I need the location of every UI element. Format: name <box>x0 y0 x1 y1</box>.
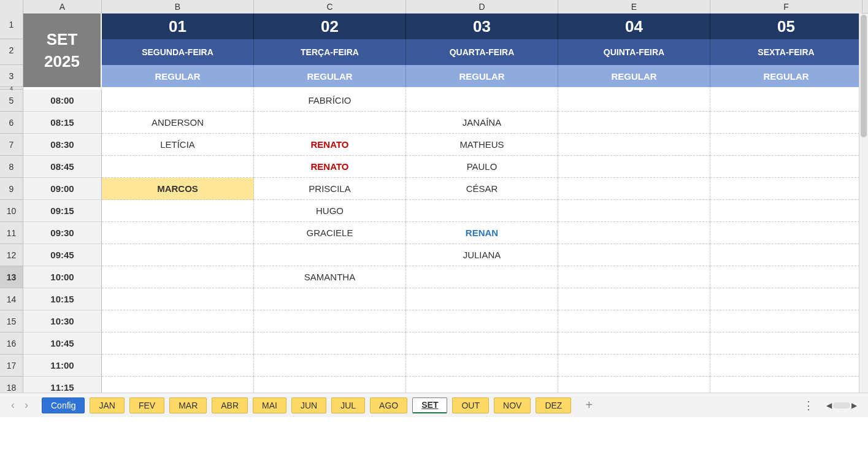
col-header-F[interactable]: F <box>710 0 862 13</box>
row-header-7[interactable]: 7 <box>0 134 23 156</box>
schedule-cell[interactable]: MARCOS <box>102 178 254 200</box>
schedule-cell[interactable]: LETÍCIA <box>102 134 254 156</box>
grid[interactable]: SET 2025 0102030405SEGUNDA-FEIRATERÇA-FE… <box>23 13 868 417</box>
schedule-cell[interactable]: HUGO <box>254 200 406 222</box>
schedule-cell[interactable] <box>558 332 710 355</box>
sheet-tab-out[interactable]: OUT <box>452 397 489 413</box>
schedule-cell[interactable] <box>558 178 710 200</box>
row-header-13[interactable]: 13 <box>0 266 23 288</box>
schedule-cell[interactable] <box>710 332 862 355</box>
schedule-cell[interactable] <box>406 288 558 310</box>
schedule-cell[interactable] <box>558 90 710 112</box>
schedule-cell[interactable]: JANAÍNA <box>406 112 558 134</box>
tab-nav-next-icon[interactable]: › <box>25 399 28 412</box>
time-cell[interactable]: 11:00 <box>23 355 102 377</box>
add-sheet-button[interactable]: + <box>580 397 598 413</box>
schedule-cell[interactable] <box>102 90 254 112</box>
time-cell[interactable]: 08:30 <box>23 134 102 156</box>
sheet-tab-abr[interactable]: ABR <box>212 397 248 413</box>
schedule-cell[interactable] <box>254 310 406 332</box>
schedule-cell[interactable]: ANDERSON <box>102 112 254 134</box>
time-cell[interactable]: 09:00 <box>23 178 102 200</box>
row-header-2[interactable]: 2 <box>0 39 23 65</box>
time-cell[interactable]: 09:15 <box>23 200 102 222</box>
schedule-cell[interactable] <box>558 134 710 156</box>
schedule-cell[interactable] <box>558 244 710 266</box>
schedule-cell[interactable] <box>102 288 254 310</box>
schedule-cell[interactable] <box>558 200 710 222</box>
time-cell[interactable]: 10:00 <box>23 266 102 288</box>
time-cell[interactable]: 09:30 <box>23 222 102 244</box>
row-header-5[interactable]: 5 <box>0 90 23 112</box>
schedule-cell[interactable]: PRISCILA <box>254 178 406 200</box>
sheet-tab-fev[interactable]: FEV <box>129 397 164 413</box>
time-cell[interactable]: 08:00 <box>23 90 102 112</box>
horizontal-scrollbar[interactable]: ◀ ▶ <box>826 402 857 409</box>
row-header-16[interactable]: 16 <box>0 332 23 355</box>
schedule-cell[interactable] <box>710 222 862 244</box>
schedule-cell[interactable] <box>558 112 710 134</box>
row-header-9[interactable]: 9 <box>0 178 23 200</box>
schedule-cell[interactable] <box>710 90 862 112</box>
schedule-cell[interactable]: JULIANA <box>406 244 558 266</box>
col-header-C[interactable]: C <box>254 0 406 13</box>
row-header-11[interactable]: 11 <box>0 222 23 244</box>
schedule-cell[interactable]: FABRÍCIO <box>254 90 406 112</box>
sheet-tab-mar[interactable]: MAR <box>169 397 207 413</box>
row-header-1[interactable]: 1 <box>0 13 23 39</box>
schedule-cell[interactable] <box>710 310 862 332</box>
row-header-12[interactable]: 12 <box>0 244 23 266</box>
schedule-cell[interactable] <box>102 332 254 355</box>
schedule-cell[interactable]: RENAN <box>406 222 558 244</box>
row-header-17[interactable]: 17 <box>0 355 23 377</box>
schedule-cell[interactable] <box>102 310 254 332</box>
tab-options-icon[interactable]: ⋮ <box>803 399 815 412</box>
schedule-cell[interactable]: GRACIELE <box>254 222 406 244</box>
row-header-3[interactable]: 3 <box>0 65 23 87</box>
select-all-corner[interactable] <box>0 0 23 13</box>
schedule-cell[interactable] <box>406 200 558 222</box>
schedule-cell[interactable] <box>710 200 862 222</box>
col-header-D[interactable]: D <box>406 0 558 13</box>
hscroll-right-icon[interactable]: ▶ <box>851 401 857 410</box>
time-cell[interactable]: 08:45 <box>23 156 102 178</box>
sheet-tab-dez[interactable]: DEZ <box>536 397 571 413</box>
schedule-cell[interactable] <box>710 178 862 200</box>
schedule-cell[interactable] <box>558 266 710 288</box>
schedule-cell[interactable] <box>558 288 710 310</box>
sheet-tab-jan[interactable]: JAN <box>90 397 124 413</box>
schedule-cell[interactable] <box>710 156 862 178</box>
hscroll-track[interactable] <box>833 402 850 409</box>
schedule-cell[interactable] <box>102 222 254 244</box>
schedule-cell[interactable] <box>558 355 710 377</box>
schedule-cell[interactable]: SAMANTHA <box>254 266 406 288</box>
sheet-tab-nov[interactable]: NOV <box>494 397 531 413</box>
schedule-cell[interactable] <box>254 244 406 266</box>
tab-nav-arrows[interactable]: ‹ › <box>5 399 39 412</box>
schedule-cell[interactable]: CÉSAR <box>406 178 558 200</box>
time-cell[interactable]: 08:15 <box>23 112 102 134</box>
schedule-cell[interactable] <box>102 266 254 288</box>
schedule-cell[interactable]: RENATO <box>254 134 406 156</box>
schedule-cell[interactable] <box>710 266 862 288</box>
time-cell[interactable]: 10:30 <box>23 310 102 332</box>
col-header-E[interactable]: E <box>558 0 710 13</box>
schedule-cell[interactable] <box>558 310 710 332</box>
schedule-cell[interactable] <box>406 310 558 332</box>
schedule-cell[interactable] <box>102 156 254 178</box>
col-header-A[interactable]: A <box>23 0 102 13</box>
schedule-cell[interactable]: PAULO <box>406 156 558 178</box>
vertical-scrollbar[interactable] <box>859 13 868 393</box>
schedule-cell[interactable] <box>406 266 558 288</box>
schedule-cell[interactable] <box>406 90 558 112</box>
row-header-14[interactable]: 14 <box>0 288 23 310</box>
sheet-tab-ago[interactable]: AGO <box>370 397 407 413</box>
schedule-cell[interactable] <box>710 288 862 310</box>
schedule-cell[interactable] <box>710 134 862 156</box>
schedule-cell[interactable] <box>254 112 406 134</box>
schedule-cell[interactable] <box>102 200 254 222</box>
row-header-6[interactable]: 6 <box>0 112 23 134</box>
schedule-cell[interactable] <box>102 355 254 377</box>
sheet-tab-set[interactable]: SET <box>412 397 447 413</box>
sheet-tab-mai[interactable]: MAI <box>253 397 286 413</box>
